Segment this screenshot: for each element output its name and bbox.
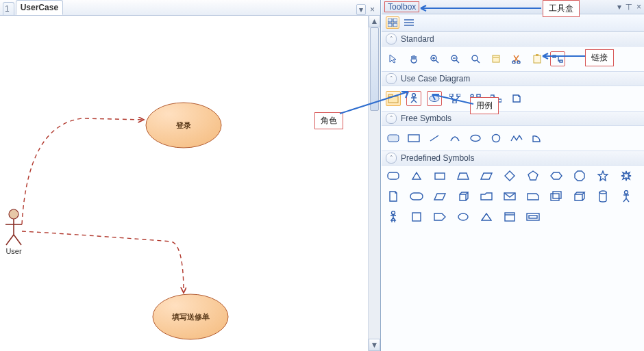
- view-grid-icon[interactable]: [386, 16, 399, 29]
- active-tab[interactable]: UserCase: [16, 0, 63, 15]
- diagram-canvas[interactable]: User 登录 填写送修单: [0, 16, 380, 351]
- polyline-icon[interactable]: [509, 131, 524, 146]
- svg-point-0: [9, 209, 18, 219]
- view-list-icon[interactable]: [402, 16, 416, 29]
- shape-stadium-icon[interactable]: [409, 189, 424, 204]
- svg-rect-54: [410, 193, 423, 200]
- shape-envelope-icon[interactable]: [502, 189, 517, 204]
- tab-close-icon[interactable]: ×: [370, 5, 375, 14]
- usecase-fillform-label: 填写送修单: [171, 313, 210, 322]
- actor-user[interactable]: User: [5, 209, 22, 255]
- shape-triangle-icon[interactable]: [409, 168, 424, 183]
- expand-icon: ˄: [386, 153, 397, 164]
- properties-icon[interactable]: [488, 51, 504, 66]
- scroll-down-button[interactable]: ▼: [369, 339, 380, 351]
- svg-rect-9: [388, 23, 392, 27]
- shape-octagon-icon[interactable]: [572, 168, 587, 183]
- editor-tabbar: 1 UserCase ▾ ×: [0, 0, 380, 16]
- section-predefined-header[interactable]: ˄ Predefined Symbols: [382, 151, 644, 166]
- shape-trapezoid-icon[interactable]: [456, 168, 471, 183]
- section-usecase-label: Use Case Diagram: [401, 74, 470, 83]
- svg-point-60: [392, 211, 395, 215]
- shape-square2-icon[interactable]: [409, 209, 424, 224]
- sector-icon[interactable]: [530, 131, 545, 146]
- shape-pentagon-icon[interactable]: [525, 168, 541, 183]
- section-standard-label: Standard: [401, 34, 434, 44]
- toolbox-menu-icon[interactable]: ▾: [617, 2, 621, 12]
- toolbox-pin-icon[interactable]: ⊥: [626, 2, 632, 12]
- usecase-fillform[interactable]: 填写送修单: [153, 294, 228, 339]
- shape-parallelogram-icon[interactable]: [479, 168, 494, 183]
- arc-icon[interactable]: [447, 131, 462, 146]
- svg-line-69: [432, 94, 473, 104]
- zoom-in-icon[interactable]: [427, 51, 442, 66]
- svg-line-49: [430, 135, 438, 141]
- section-usecase-items: [382, 86, 644, 111]
- shape-hexagon-icon[interactable]: [549, 168, 564, 183]
- shape-diamond-icon[interactable]: [502, 168, 517, 183]
- svg-line-37: [414, 100, 417, 103]
- svg-rect-56: [551, 194, 559, 200]
- shape-roundrect-icon[interactable]: [386, 168, 401, 183]
- annotation-toolbox-text: 工具盒: [549, 3, 573, 13]
- shape-female-icon[interactable]: [386, 209, 401, 224]
- rect-icon[interactable]: [406, 131, 421, 146]
- shape-cube-icon[interactable]: [456, 189, 471, 204]
- shape-uptriangle-icon[interactable]: [479, 209, 494, 224]
- section-standard-header[interactable]: ˄ Standard: [382, 31, 644, 47]
- annotation-toolbox: 工具盒: [543, 0, 580, 17]
- svg-line-4: [14, 235, 21, 245]
- shape-cylinder-icon[interactable]: [595, 189, 610, 204]
- active-tab-label: UserCase: [21, 3, 58, 12]
- shape-folder-icon[interactable]: [479, 189, 494, 204]
- actor-label: User: [5, 247, 22, 255]
- toolbox-view-toolbar: [382, 14, 644, 31]
- toolbox-close-icon[interactable]: ×: [636, 2, 641, 12]
- shape-tag-icon[interactable]: [432, 209, 447, 224]
- zoom-out-icon[interactable]: [447, 51, 462, 66]
- note-tool-icon[interactable]: [509, 91, 524, 106]
- annotation-link-text: 链接: [591, 53, 608, 62]
- rounded-rect-icon[interactable]: [386, 131, 401, 146]
- section-free-header[interactable]: ˄ Free Symbols: [382, 111, 644, 126]
- usecase-login[interactable]: 登录: [146, 103, 221, 148]
- svg-line-15: [436, 60, 438, 63]
- toolbox-title: Toolbox: [384, 1, 419, 12]
- section-usecase-header[interactable]: ˄ Use Case Diagram: [382, 71, 644, 86]
- shape-prism-icon[interactable]: [432, 189, 447, 204]
- tab-menu-icon[interactable]: ▾: [356, 4, 366, 15]
- shape-card-icon[interactable]: [525, 189, 541, 204]
- ellipse-icon[interactable]: [468, 131, 483, 146]
- inactive-tab[interactable]: 1: [3, 2, 14, 15]
- shape-viewport-icon[interactable]: [525, 209, 541, 224]
- toolbox-header-controls: ▾ ⊥ ×: [617, 2, 641, 12]
- editor-vertical-scrollbar[interactable]: ▲ ▼: [368, 15, 380, 351]
- line-icon[interactable]: [427, 131, 442, 146]
- shape-multicard-icon[interactable]: [549, 189, 564, 204]
- cut-icon[interactable]: [509, 51, 524, 66]
- section-predefined-label: Predefined Symbols: [401, 153, 474, 163]
- shape-box3d-icon[interactable]: [572, 189, 587, 204]
- grabber-tool-icon[interactable]: [406, 51, 421, 66]
- svg-rect-8: [393, 18, 397, 22]
- connector-user-fillform: [22, 231, 184, 293]
- shape-note-icon[interactable]: [386, 189, 401, 204]
- shape-ellipse2-icon[interactable]: [456, 209, 471, 224]
- expand-icon: ˄: [386, 73, 397, 84]
- circle-icon[interactable]: [488, 131, 504, 146]
- shape-star-icon[interactable]: [595, 168, 610, 183]
- app-root: 1 UserCase ▾ ×: [0, 0, 644, 351]
- svg-line-70: [340, 92, 408, 114]
- shape-rect-icon[interactable]: [432, 168, 447, 183]
- shape-burst-icon[interactable]: [619, 168, 634, 183]
- svg-rect-52: [388, 172, 399, 179]
- shape-window-icon[interactable]: [502, 209, 517, 224]
- connector-user-login: [22, 118, 144, 224]
- tabbar-controls: ▾ ×: [354, 4, 377, 15]
- svg-rect-23: [493, 55, 499, 62]
- scroll-up-button[interactable]: ▲: [369, 15, 380, 27]
- pointer-tool-icon[interactable]: [386, 51, 401, 66]
- shape-male-icon[interactable]: [619, 189, 634, 204]
- zoom-fit-icon[interactable]: [468, 51, 483, 66]
- svg-rect-48: [408, 135, 419, 142]
